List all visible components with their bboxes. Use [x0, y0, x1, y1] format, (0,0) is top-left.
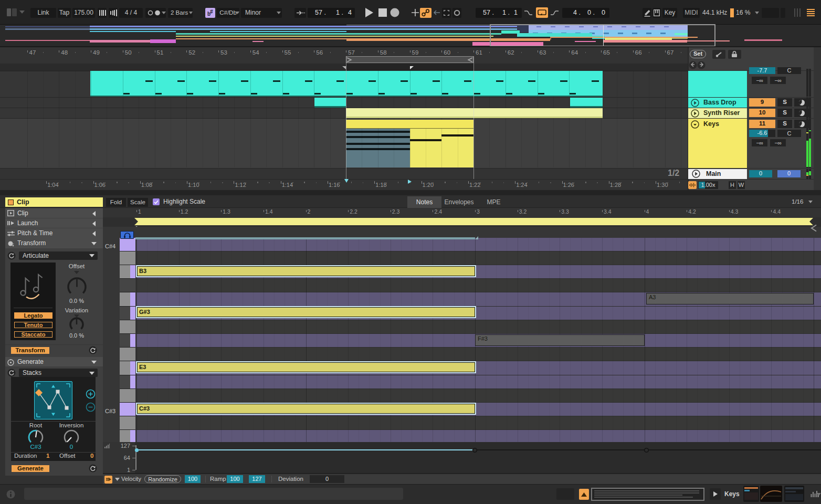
svg-text:#: # [210, 9, 213, 15]
